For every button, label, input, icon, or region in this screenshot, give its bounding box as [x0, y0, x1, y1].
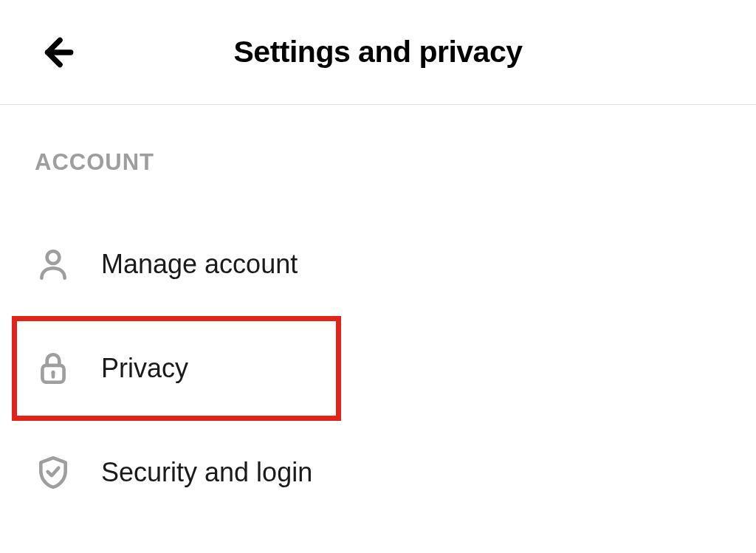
back-arrow-icon [38, 34, 75, 71]
menu-item-label: Privacy [101, 353, 188, 384]
menu-item-privacy[interactable]: Privacy [12, 316, 341, 421]
page-header: Settings and privacy [0, 0, 756, 105]
person-icon [35, 246, 72, 283]
shield-check-icon [35, 454, 72, 491]
page-title: Settings and privacy [0, 35, 756, 69]
content-area: ACCOUNT Manage account Privacy [0, 105, 756, 524]
svg-point-1 [47, 251, 60, 264]
lock-icon [35, 350, 72, 387]
back-button[interactable] [38, 34, 75, 71]
menu-item-label: Manage account [101, 249, 298, 280]
menu-item-manage-account[interactable]: Manage account [35, 213, 756, 316]
section-header-account: ACCOUNT [35, 149, 756, 176]
menu-item-label: Security and login [101, 457, 312, 488]
menu-item-security-login[interactable]: Security and login [35, 421, 756, 524]
